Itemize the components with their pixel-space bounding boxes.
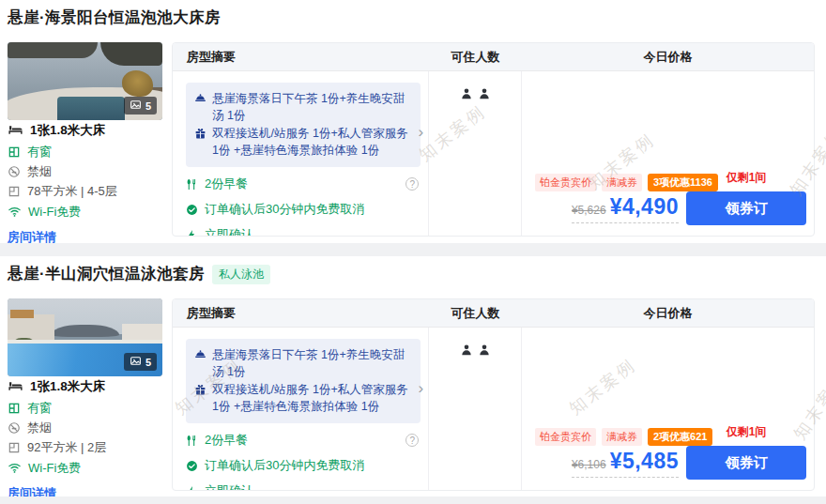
header-occupancy: 可住人数 — [429, 49, 522, 66]
floor-area-icon — [8, 185, 21, 198]
breakfast-label: 2份早餐 — [205, 432, 248, 449]
window-info: 有窗 — [8, 145, 169, 159]
package-text: 悬崖海景落日下午茶 1份+养生晚安甜汤 1份 — [212, 347, 411, 380]
room-title: 悬崖·半山洞穴恒温泳池套房 — [8, 264, 205, 284]
window-label: 有窗 — [27, 402, 52, 415]
room-details: 1张1.8米大床 有窗 禁烟 78平方米 | 4-5层 Wi-Fi免费 房间详情 — [8, 122, 169, 246]
wifi-label: Wi-Fi免费 — [28, 206, 81, 219]
no-smoking-icon — [8, 165, 21, 178]
wifi-icon — [8, 461, 22, 475]
package-item: 双程接送机/站服务 1份+私人管家服务 1份 +悬崖特色海景旅拍体验 1份 — [194, 382, 411, 415]
package-box[interactable]: 悬崖海景落日下午茶 1份+养生晚安甜汤 1份 双程接送机/站服务 1份+私人管家… — [186, 339, 421, 423]
package-text: 双程接送机/站服务 1份+私人管家服务 1份 +悬崖特色海景旅拍体验 1份 — [212, 382, 411, 415]
person-icon — [460, 344, 473, 357]
private-pool-badge: 私人泳池 — [212, 265, 270, 284]
gift-icon — [194, 128, 206, 159]
package-box[interactable]: 悬崖海景落日下午茶 1份+养生晚安甜汤 1份 双程接送机/站服务 1份+私人管家… — [186, 83, 421, 167]
wifi-icon — [8, 205, 22, 219]
no-smoking-icon — [8, 421, 21, 435]
price-cell: 铂金贵宾价 满减券 3项优惠1136 仅剩1间 ¥5,626¥4,490 领券订 — [522, 71, 814, 236]
cancellation-label: 订单确认后30分钟内免费取消 — [205, 457, 364, 474]
area-info: 78平方米 | 4-5层 — [8, 185, 169, 198]
cancellation-row: 订单确认后30分钟内免费取消 — [186, 201, 428, 218]
summary-cell: 悬崖海景落日下午茶 1份+养生晚安甜汤 1份 双程接送机/站服务 1份+私人管家… — [173, 328, 429, 490]
rate-table-header: 房型摘要 可住人数 今日价格 — [173, 43, 814, 71]
bed-info: 1张1.8米大床 — [8, 378, 169, 394]
lightning-icon — [186, 229, 198, 237]
breakfast-label: 2份早餐 — [205, 176, 248, 192]
price-group: ¥6,106¥5,485 — [572, 449, 679, 478]
coupon-tag: 满减券 — [602, 174, 642, 191]
package-item: 双程接送机/站服务 1份+私人管家服务 1份 +悬崖特色海景旅拍体验 1份 — [194, 126, 411, 159]
room-photo[interactable]: 5 — [8, 42, 162, 120]
bed-label: 1张1.8米大床 — [30, 380, 105, 393]
order-button[interactable]: 领券订 — [686, 446, 806, 480]
roof-left — [10, 310, 34, 317]
room-title: 悬崖·海景阳台恒温泡池大床房 — [8, 8, 221, 28]
area-label: 92平方米 | 2层 — [27, 441, 106, 454]
instant-confirm-label: 立即确认 — [205, 226, 253, 237]
bed-icon — [8, 378, 23, 394]
occupancy-cell — [429, 328, 522, 490]
current-price: ¥4,490 — [610, 194, 679, 219]
smoking-info: 禁烟 — [8, 421, 169, 435]
current-price: ¥5,485 — [610, 449, 679, 473]
rate-row: 悬崖海景落日下午茶 1份+养生晚安甜汤 1份 双程接送机/站服务 1份+私人管家… — [173, 71, 814, 236]
photo-count: 5 — [145, 100, 151, 112]
room-list-page: 悬崖·海景阳台恒温泡池大床房 5 1张1.8米大床 — [0, 0, 826, 504]
cloche-icon — [194, 349, 206, 380]
header-price: 今日价格 — [522, 305, 814, 322]
occupancy-icons — [460, 344, 491, 357]
smoking-info: 禁烟 — [8, 165, 169, 178]
person-icon — [478, 87, 491, 100]
area-info: 92平方米 | 2层 — [8, 441, 169, 454]
help-icon[interactable]: ? — [405, 177, 419, 191]
package-text: 悬崖海景落日下午茶 1份+养生晚安甜汤 1份 — [212, 91, 411, 124]
price-group: ¥5,626¥4,490 — [572, 194, 679, 223]
rate-table: 房型摘要 可住人数 今日价格 悬崖海景落日下午茶 1份+养生晚安甜汤 1份 双程… — [172, 42, 815, 237]
breakfast-row: 2份早餐 ? — [186, 432, 428, 449]
cloche-icon — [194, 93, 206, 124]
island — [51, 325, 119, 336]
photo-count: 5 — [145, 357, 151, 368]
headland-left — [8, 42, 98, 58]
smoking-label: 禁烟 — [27, 421, 52, 435]
photo-count-badge: 5 — [124, 97, 157, 115]
original-price: ¥6,106 — [572, 458, 606, 471]
summary-cell: 悬崖海景落日下午茶 1份+养生晚安甜汤 1份 双程接送机/站服务 1份+私人管家… — [173, 71, 429, 236]
occupancy-icons — [460, 87, 491, 100]
cancellation-label: 订单确认后30分钟内免费取消 — [205, 201, 364, 218]
photo-count-badge: 5 — [124, 353, 157, 371]
room-details: 1张1.8米大床 有窗 禁烟 92平方米 | 2层 Wi-Fi免费 房间详情 — [8, 378, 169, 502]
cancellation-row: 订单确认后30分钟内免费取消 — [186, 457, 428, 474]
rate-table-header: 房型摘要 可住人数 今日价格 — [173, 299, 814, 328]
plunge-pool — [57, 97, 126, 120]
room-card: 悬崖·半山洞穴恒温泳池套房 私人泳池 5 1张1.8米大床 — [0, 256, 826, 504]
area-label: 78平方米 | 4-5层 — [27, 185, 117, 198]
check-circle-icon — [186, 204, 198, 216]
wifi-info: Wi-Fi免费 — [8, 461, 169, 475]
scarcity-label: 仅剩1间 — [686, 424, 806, 440]
person-icon — [460, 87, 473, 100]
original-price: ¥5,626 — [572, 204, 606, 217]
chevron-right-icon[interactable]: › — [419, 380, 424, 396]
room-photo[interactable]: 5 — [8, 298, 162, 376]
card-divider — [0, 243, 826, 256]
breakfast-row: 2份早餐 ? — [186, 176, 428, 192]
bed-icon — [8, 122, 23, 138]
coupon-tag: 满减券 — [602, 428, 642, 446]
package-item: 悬崖海景落日下午茶 1份+养生晚安甜汤 1份 — [194, 91, 411, 124]
order-button[interactable]: 领券订 — [686, 191, 806, 225]
scarcity-label: 仅剩1间 — [686, 170, 806, 186]
meal-icon — [186, 178, 198, 191]
package-item: 悬崖海景落日下午茶 1份+养生晚安甜汤 1份 — [194, 347, 411, 380]
help-icon[interactable]: ? — [405, 434, 419, 447]
chevron-right-icon[interactable]: › — [419, 124, 424, 140]
check-circle-icon — [186, 460, 198, 472]
room-title-row: 悬崖·半山洞穴恒温泳池套房 私人泳池 — [8, 264, 270, 284]
lightning-icon — [186, 485, 198, 492]
gift-icon — [194, 384, 206, 415]
bed-label: 1张1.8米大床 — [30, 124, 105, 137]
room-card: 悬崖·海景阳台恒温泡池大床房 5 1张1.8米大床 — [0, 0, 826, 256]
header-room-summary: 房型摘要 — [173, 305, 429, 322]
